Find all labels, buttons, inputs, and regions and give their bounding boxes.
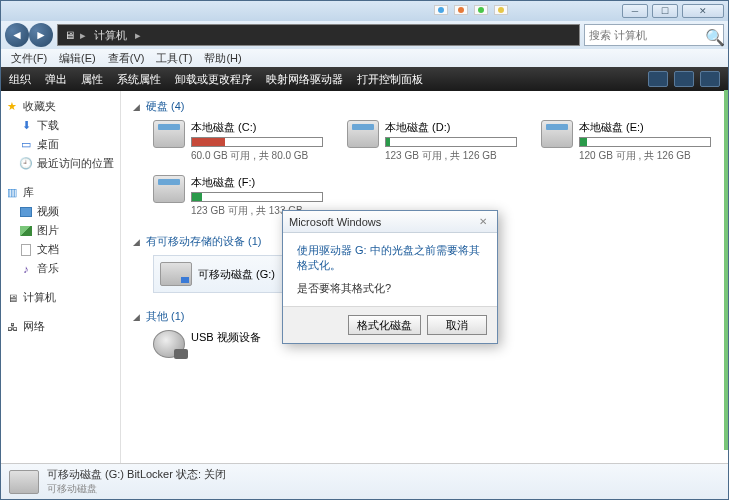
- cmd-control-panel[interactable]: 打开控制面板: [357, 72, 423, 87]
- drive-label: 本地磁盘 (D:): [385, 120, 517, 135]
- search-icon: 🔍: [705, 28, 719, 42]
- format-disk-button[interactable]: 格式化磁盘: [348, 315, 421, 335]
- capacity-bar: [385, 137, 517, 147]
- cancel-button[interactable]: 取消: [427, 315, 487, 335]
- menu-tools[interactable]: 工具(T): [150, 51, 198, 66]
- recent-icon: 🕘: [19, 157, 33, 171]
- computer-icon: 🖥: [5, 291, 19, 305]
- breadcrumb-segment[interactable]: 计算机: [90, 28, 131, 43]
- drive-free-text: 123 GB 可用 , 共 126 GB: [385, 149, 517, 163]
- dialog-secondary-text: 是否要将其格式化?: [297, 281, 483, 296]
- section-hard-drives[interactable]: ◢硬盘 (4): [133, 97, 716, 116]
- scroll-indicator: [724, 90, 728, 450]
- music-icon: ♪: [19, 262, 33, 276]
- menu-file[interactable]: 文件(F): [5, 51, 53, 66]
- drive-local-1[interactable]: 本地磁盘 (D:)123 GB 可用 , 共 126 GB: [347, 120, 517, 163]
- video-icon: [19, 205, 33, 219]
- hard-drive-icon: [153, 120, 185, 148]
- chevron-right-icon: ▸: [80, 29, 86, 42]
- cmd-uninstall[interactable]: 卸载或更改程序: [175, 72, 252, 87]
- dialog-main-text: 使用驱动器 G: 中的光盘之前需要将其格式化。: [297, 243, 483, 273]
- browser-tabs-hint: [430, 0, 512, 20]
- status-bar: 可移动磁盘 (G:) BitLocker 状态: 关闭 可移动磁盘: [1, 463, 728, 499]
- chevron-right-icon: ▸: [135, 29, 141, 42]
- capacity-bar: [579, 137, 711, 147]
- collapse-icon: ◢: [133, 237, 140, 247]
- sidebar-network[interactable]: 🖧网络: [5, 317, 116, 336]
- cmd-map-drive[interactable]: 映射网络驱动器: [266, 72, 343, 87]
- cmd-eject[interactable]: 弹出: [45, 72, 67, 87]
- collapse-icon: ◢: [133, 102, 140, 112]
- back-button[interactable]: ◄: [5, 23, 29, 47]
- sidebar-item-documents[interactable]: 文档: [5, 240, 116, 259]
- collapse-icon: ◢: [133, 312, 140, 322]
- capacity-bar: [191, 137, 323, 147]
- pictures-icon: [19, 224, 33, 238]
- drive-free-text: 120 GB 可用 , 共 126 GB: [579, 149, 711, 163]
- ext-tab: [494, 5, 508, 15]
- star-icon: ★: [5, 100, 19, 114]
- window-titlebar: ─ ☐ ✕: [1, 1, 728, 21]
- desktop-icon: ▭: [19, 138, 33, 152]
- menu-bar: 文件(F) 编辑(E) 查看(V) 工具(T) 帮助(H): [1, 49, 728, 67]
- menu-edit[interactable]: 编辑(E): [53, 51, 102, 66]
- sidebar-item-desktop[interactable]: ▭桌面: [5, 135, 116, 154]
- help-icon[interactable]: [700, 71, 720, 87]
- camera-icon: [153, 330, 185, 358]
- cmd-system-properties[interactable]: 系统属性: [117, 72, 161, 87]
- view-options-icon[interactable]: [648, 71, 668, 87]
- sidebar-item-pictures[interactable]: 图片: [5, 221, 116, 240]
- network-icon: 🖧: [5, 320, 19, 334]
- maximize-button[interactable]: ☐: [652, 4, 678, 18]
- download-icon: ⬇: [19, 119, 33, 133]
- sidebar-item-videos[interactable]: 视频: [5, 202, 116, 221]
- sidebar-computer[interactable]: 🖥计算机: [5, 288, 116, 307]
- sidebar-item-music[interactable]: ♪音乐: [5, 259, 116, 278]
- nav-row: ◄ ► 🖥 ▸ 计算机 ▸ 🔍: [1, 21, 728, 49]
- ext-tab: [454, 5, 468, 15]
- minimize-button[interactable]: ─: [622, 4, 648, 18]
- removable-drive-icon: [160, 262, 192, 286]
- drive-label: 本地磁盘 (F:): [191, 175, 323, 190]
- drive-local-2[interactable]: 本地磁盘 (E:)120 GB 可用 , 共 126 GB: [541, 120, 711, 163]
- drive-label: 可移动磁盘 (G:): [198, 267, 275, 282]
- drive-free-text: 60.0 GB 可用 , 共 80.0 GB: [191, 149, 323, 163]
- menu-help[interactable]: 帮助(H): [198, 51, 247, 66]
- ext-tab: [434, 5, 448, 15]
- address-bar[interactable]: 🖥 ▸ 计算机 ▸: [57, 24, 580, 46]
- sidebar-item-downloads[interactable]: ⬇下载: [5, 116, 116, 135]
- preview-pane-icon[interactable]: [674, 71, 694, 87]
- status-line-2: 可移动磁盘: [47, 482, 226, 496]
- drive-label: 本地磁盘 (E:): [579, 120, 711, 135]
- dialog-title: Microsoft Windows: [289, 216, 381, 228]
- drive-local-0[interactable]: 本地磁盘 (C:)60.0 GB 可用 , 共 80.0 GB: [153, 120, 323, 163]
- sidebar-libraries[interactable]: ▥库: [5, 183, 116, 202]
- sidebar-item-recent[interactable]: 🕘最近访问的位置: [5, 154, 116, 173]
- status-line-1: 可移动磁盘 (G:) BitLocker 状态: 关闭: [47, 467, 226, 482]
- menu-view[interactable]: 查看(V): [102, 51, 151, 66]
- dialog-titlebar[interactable]: Microsoft Windows ✕: [283, 211, 497, 233]
- status-drive-icon: [9, 470, 39, 494]
- cmd-properties[interactable]: 属性: [81, 72, 103, 87]
- search-input[interactable]: [589, 29, 701, 41]
- ext-tab: [474, 5, 488, 15]
- library-icon: ▥: [5, 186, 19, 200]
- hard-drive-icon: [347, 120, 379, 148]
- sidebar-favorites[interactable]: ★收藏夹: [5, 97, 116, 116]
- drive-label: 本地磁盘 (C:): [191, 120, 323, 135]
- breadcrumb-icon: 🖥: [62, 28, 76, 42]
- capacity-bar: [191, 192, 323, 202]
- navigation-pane: ★收藏夹 ⬇下载 ▭桌面 🕘最近访问的位置 ▥库 视频 图片 文档 ♪音乐 🖥计…: [1, 91, 121, 463]
- dialog-close-button[interactable]: ✕: [475, 215, 491, 229]
- forward-button[interactable]: ►: [29, 23, 53, 47]
- search-box[interactable]: 🔍: [584, 24, 724, 46]
- hard-drive-icon: [541, 120, 573, 148]
- command-bar: 组织 弹出 属性 系统属性 卸载或更改程序 映射网络驱动器 打开控制面板: [1, 67, 728, 91]
- format-dialog: Microsoft Windows ✕ 使用驱动器 G: 中的光盘之前需要将其格…: [282, 210, 498, 344]
- close-button[interactable]: ✕: [682, 4, 724, 18]
- cmd-organize[interactable]: 组织: [9, 72, 31, 87]
- hard-drive-icon: [153, 175, 185, 203]
- documents-icon: [19, 243, 33, 257]
